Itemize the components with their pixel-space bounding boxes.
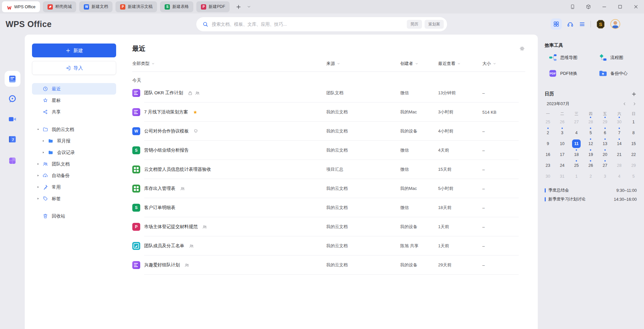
calendar-day[interactable]: 30 (612, 116, 626, 127)
gear-icon[interactable] (519, 45, 525, 52)
caret-right-icon[interactable] (42, 151, 45, 154)
new-document-button[interactable]: 新建 (32, 44, 116, 57)
caret-right-icon[interactable] (36, 162, 40, 166)
search-tag-1[interactable]: 简历 (407, 20, 422, 29)
filter-4-dropdown[interactable]: 最近查看 (438, 61, 482, 67)
file-row[interactable]: P市场主体登记提交材料规范我的云文档我的设备1天前– (132, 217, 525, 236)
workspace-cube-icon[interactable] (586, 4, 591, 10)
file-row[interactable]: S营销小组业绩分析报告我的云文档微信4天前– (132, 141, 525, 160)
membership-badge-icon[interactable]: S (596, 19, 605, 29)
calendar-day[interactable]: 1 (627, 116, 641, 127)
calendar-day[interactable]: 4 (612, 171, 626, 182)
sidebar-item-cloud-backup[interactable]: 自动备份 (32, 170, 116, 181)
tab-presentation[interactable]: P新建演示文稿 (115, 1, 157, 12)
calendar-day[interactable]: 31 (555, 171, 569, 182)
calendar-day[interactable]: 1 (569, 171, 584, 182)
file-row[interactable]: W公司对外合作协议模板我的云文档我的设备4小时前– (132, 122, 525, 141)
avatar[interactable] (610, 19, 620, 29)
mobile-icon[interactable] (570, 4, 575, 10)
filter-1-dropdown[interactable]: 全部类型 (132, 61, 326, 67)
tool-mindmap[interactable]: 思维导图 (548, 53, 598, 62)
filter-3-dropdown[interactable]: 创建者 (400, 61, 438, 67)
sidebar-item-folder-filled[interactable]: 会议记录 (32, 147, 116, 158)
calendar-day[interactable]: 25 (541, 116, 555, 127)
tab-wps-logo[interactable]: WPS Office (2, 1, 40, 12)
calendar-day[interactable]: 14 (612, 138, 626, 149)
calendar-day[interactable]: 28 (612, 160, 626, 171)
rail-item-meeting[interactable] (5, 111, 20, 127)
rail-item-documents[interactable] (5, 71, 20, 87)
search-bar[interactable]: 简历策划案 (196, 17, 447, 31)
tab-writer[interactable]: W新建文档 (79, 1, 113, 12)
sidebar-item-trash[interactable]: 回收站 (32, 210, 116, 222)
calendar-day[interactable]: 27 (598, 160, 612, 171)
file-row[interactable]: S客户订单明细表我的云文档微信18天前– (132, 198, 525, 217)
headset-icon[interactable] (567, 21, 574, 28)
calendar-day[interactable]: 18 (569, 149, 584, 160)
calendar-day[interactable]: 4 (569, 127, 584, 138)
tab-docer[interactable]: 稻壳商城 (43, 1, 76, 12)
calendar-day[interactable]: 9 (541, 138, 555, 149)
calendar-day[interactable]: 28 (584, 116, 598, 127)
minimize-icon[interactable] (601, 4, 607, 10)
calendar-day[interactable]: 12 (584, 138, 598, 149)
calendar-day[interactable]: 25 (569, 160, 584, 171)
tab-pdf[interactable]: P新建PDF (196, 1, 230, 12)
calendar-day[interactable]: 19 (584, 149, 598, 160)
calendar-event[interactable]: 新季度学习计划讨论14:30–16:00 (545, 195, 637, 204)
calendar-day[interactable]: 6 (598, 127, 612, 138)
close-icon[interactable] (633, 4, 639, 10)
sidebar-item-pin[interactable]: 常用 (32, 181, 116, 193)
tool-pdf-convert[interactable]: PDFPDF转换 (548, 69, 598, 78)
filter-2-dropdown[interactable]: 来源 (326, 61, 400, 67)
caret-right-icon[interactable] (36, 197, 40, 200)
menu-icon[interactable] (579, 21, 586, 28)
calendar-day[interactable]: 23 (541, 160, 555, 171)
calendar-day[interactable]: 26 (555, 116, 569, 127)
calendar-day[interactable]: 5 (627, 171, 641, 182)
file-row[interactable]: 团队 OKR 工作计划团队文档微信13分钟前– (132, 83, 525, 103)
calendar-day[interactable]: 27 (569, 116, 584, 127)
calendar-day[interactable]: 13 (598, 138, 612, 149)
maximize-icon[interactable] (617, 4, 623, 10)
search-input[interactable] (212, 22, 404, 27)
caret-down-icon[interactable] (36, 128, 40, 131)
calendar-day[interactable]: 20 (598, 149, 612, 160)
sidebar-item-tag[interactable]: 标签 (32, 193, 116, 204)
calendar-prev-icon[interactable] (622, 102, 627, 106)
calendar-event[interactable]: 季度总结会9:30–11:00 (545, 186, 637, 195)
sidebar-item-star[interactable]: 星标 (32, 95, 116, 106)
file-row[interactable]: 云文档管人员信息统计表理器验收项目汇总微信15天前– (132, 160, 525, 179)
calendar-day[interactable]: 22 (627, 149, 641, 160)
apps-grid-icon[interactable] (551, 18, 562, 30)
tab-list-dropdown[interactable] (247, 5, 251, 9)
rail-item-chat[interactable] (5, 91, 20, 106)
calendar-next-icon[interactable] (632, 102, 637, 106)
rail-item-calendar-7[interactable]: 7 (5, 131, 20, 147)
calendar-day[interactable]: 10 (555, 138, 569, 149)
tool-flowchart[interactable]: 流程图 (598, 53, 637, 62)
file-row[interactable]: 7 月线下活动策划方案我的云文档我的Mac3小时前514 KB (132, 103, 525, 122)
calendar-day[interactable]: 30 (541, 171, 555, 182)
calendar-day[interactable]: 17 (555, 149, 569, 160)
tool-backup[interactable]: 备份中心 (598, 69, 637, 78)
sidebar-item-folder-filled[interactable]: 双月报 (32, 135, 116, 147)
sidebar-item-clock[interactable]: 最近 (32, 83, 116, 95)
calendar-day[interactable]: 2 (584, 171, 598, 182)
file-row[interactable]: 兴趣爱好组队计划我的云文档我的设备29天前– (132, 255, 525, 275)
calendar-day[interactable]: 11 (569, 138, 584, 149)
calendar-day[interactable]: 29 (598, 116, 612, 127)
calendar-day[interactable]: 29 (627, 160, 641, 171)
caret-right-icon[interactable] (36, 174, 40, 177)
calendar-day[interactable]: 3 (555, 127, 569, 138)
calendar-day[interactable]: 7 (612, 127, 626, 138)
filter-5-dropdown[interactable]: 大小 (482, 61, 525, 67)
calendar-day[interactable]: 8 (627, 127, 641, 138)
tab-spreadsheet[interactable]: S新建表格 (160, 1, 193, 12)
caret-right-icon[interactable] (42, 139, 45, 143)
import-button[interactable]: 导入 (32, 61, 116, 75)
sidebar-item-share[interactable]: 共享 (32, 106, 116, 118)
search-tag-2[interactable]: 策划案 (425, 20, 444, 29)
rail-item-apps[interactable] (5, 153, 20, 168)
file-row[interactable]: 团队成员及分工名单我的云文档陈旭 共享1天前– (132, 236, 525, 255)
